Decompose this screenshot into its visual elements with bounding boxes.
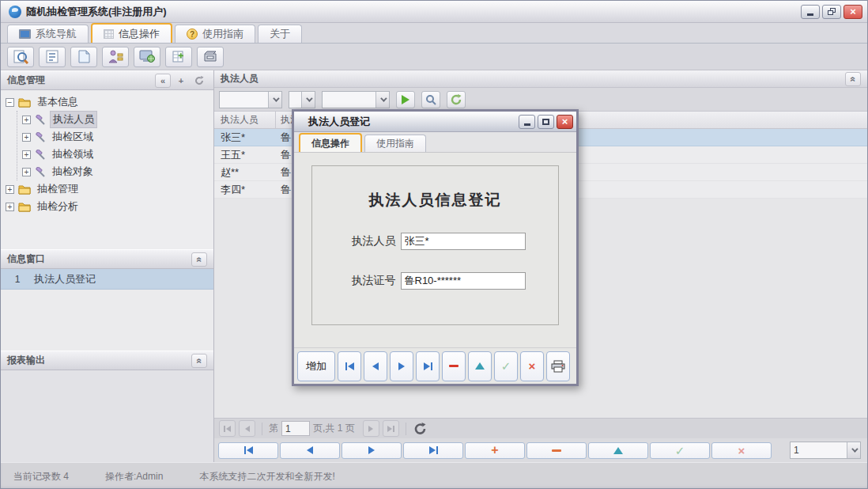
prev-page-icon: [245, 426, 250, 432]
enforcer-name-input[interactable]: [401, 233, 526, 250]
dropdown-button[interactable]: [376, 92, 389, 108]
expand-node-icon[interactable]: +: [22, 150, 31, 159]
search-button[interactable]: [421, 91, 440, 108]
record-toolbar: + ✓ × 1: [214, 438, 867, 462]
monitor-icon: [19, 29, 31, 39]
dialog-next-record-button[interactable]: [390, 351, 413, 381]
next-page-button[interactable]: [363, 420, 379, 437]
refresh-tree-button[interactable]: [191, 74, 207, 88]
dropdown-button[interactable]: [268, 92, 281, 108]
add-record-button[interactable]: +: [465, 442, 525, 459]
dialog-close-button[interactable]: ×: [557, 115, 573, 129]
tab-about[interactable]: 关于: [258, 25, 302, 43]
dialog-first-record-button[interactable]: [338, 351, 361, 381]
expand-node-icon[interactable]: +: [22, 168, 31, 176]
data-add-button[interactable]: [165, 47, 192, 67]
dialog-last-record-button[interactable]: [416, 351, 440, 381]
tab-info-operation[interactable]: 信息操作: [91, 23, 172, 43]
tab-system-nav[interactable]: 系统导航: [7, 25, 89, 43]
tab-label: 系统导航: [36, 27, 77, 41]
close-button[interactable]: ×: [843, 5, 862, 19]
tree-label[interactable]: 抽检区域: [50, 129, 96, 145]
tree-item-sampling-region[interactable]: + 抽检区域: [22, 128, 213, 146]
dialog-tab-info-operation[interactable]: 信息操作: [299, 133, 362, 152]
document-icon: [78, 50, 90, 63]
dialog-confirm-button[interactable]: ✓: [494, 351, 518, 381]
dialog-edit-button[interactable]: [468, 351, 492, 381]
filter-value-select[interactable]: [322, 91, 390, 108]
prev-record-button[interactable]: [280, 442, 340, 459]
personnel-info-button[interactable]: [102, 47, 129, 67]
first-page-button[interactable]: [219, 420, 236, 437]
restore-button[interactable]: [822, 5, 841, 19]
expand-node-icon[interactable]: +: [6, 185, 14, 194]
output-button[interactable]: [197, 47, 224, 67]
dialog-add-button[interactable]: 增加: [297, 351, 335, 381]
preview-search-button[interactable]: [7, 47, 34, 67]
grid-col-name[interactable]: 执法人员: [214, 112, 276, 128]
tree-item-sampling-mgmt[interactable]: + 抽检管理: [6, 180, 213, 198]
tree-label[interactable]: 抽检领域: [50, 146, 96, 162]
collapse-panel-button[interactable]: «: [155, 74, 171, 88]
cancel-button[interactable]: ×: [711, 442, 772, 459]
tree-label[interactable]: 执法人员: [50, 111, 97, 128]
next-record-button[interactable]: [342, 442, 402, 459]
minimize-button[interactable]: [801, 5, 820, 19]
tree-item-sampling-analysis[interactable]: + 抽检分析: [6, 198, 213, 215]
separator: [262, 423, 262, 435]
next-record-icon: [368, 446, 375, 454]
dialog-print-button[interactable]: [546, 351, 570, 381]
monitor-view-button[interactable]: [134, 47, 160, 67]
last-page-button[interactable]: [383, 420, 399, 437]
collapse-content-button[interactable]: «: [845, 72, 861, 86]
refresh-grid-button[interactable]: [447, 91, 466, 108]
tree-item-basic-info[interactable]: − 基本信息: [6, 93, 213, 111]
tree-label[interactable]: 抽检管理: [35, 181, 81, 197]
page-size-select[interactable]: 1: [790, 442, 861, 459]
run-filter-button[interactable]: [396, 91, 415, 108]
reload-button[interactable]: [414, 423, 426, 434]
tree-item-sampling-field[interactable]: + 抽检领域: [22, 146, 213, 163]
collapse-report-output-button[interactable]: «: [191, 354, 207, 368]
tree-item-sampling-target[interactable]: + 抽检对象: [22, 163, 213, 180]
confirm-button[interactable]: ✓: [650, 442, 710, 459]
tree-label[interactable]: 抽检对象: [50, 164, 96, 180]
status-bar: 当前记录数 4 操作者:Admin 本系统支持二次开发和全新开发!: [1, 462, 867, 489]
expand-node-icon[interactable]: +: [22, 116, 31, 124]
dropdown-button[interactable]: [847, 442, 860, 458]
tree-label[interactable]: 基本信息: [35, 94, 81, 110]
page-number-input[interactable]: [281, 421, 310, 436]
expand-node-icon[interactable]: +: [22, 133, 31, 142]
dialog-tab-user-guide[interactable]: 使用指南: [364, 135, 426, 152]
dialog-minimize-button[interactable]: [519, 115, 535, 129]
app-window: 随机抽检管理系统(非注册用户) × 系统导航 信息操作 ? 使用指南 关于: [0, 0, 868, 489]
last-record-button[interactable]: [403, 442, 463, 459]
dialog-cancel-button[interactable]: ×: [520, 351, 544, 381]
dialog-maximize-button[interactable]: [538, 115, 554, 129]
edit-record-button[interactable]: [588, 442, 648, 459]
expand-node-icon[interactable]: +: [6, 203, 14, 211]
dialog-title-bar[interactable]: 执法人员登记 ×: [294, 112, 576, 132]
info-window-item[interactable]: 1 执法人员登记: [1, 269, 213, 290]
add-node-button[interactable]: +: [173, 74, 189, 88]
report-list-button[interactable]: [39, 47, 66, 67]
filter-field-select[interactable]: [219, 91, 282, 108]
prev-page-button[interactable]: [239, 420, 255, 437]
collapse-node-icon[interactable]: −: [6, 98, 14, 107]
document-button[interactable]: [70, 47, 97, 67]
filter-op-select[interactable]: [289, 91, 315, 108]
delete-record-button[interactable]: [526, 442, 587, 459]
dialog-prev-record-button[interactable]: [364, 351, 387, 381]
folder-icon: [18, 184, 31, 195]
cert-number-input[interactable]: [401, 272, 526, 290]
tree-label[interactable]: 抽检分析: [35, 199, 81, 214]
tab-user-guide[interactable]: ? 使用指南: [175, 25, 255, 43]
tree-item-enforcers[interactable]: + 执法人员: [22, 111, 213, 128]
tab-label: 关于: [270, 27, 290, 41]
first-record-button[interactable]: [218, 442, 278, 459]
info-mgmt-panel-header: 信息管理 « +: [1, 70, 213, 90]
output-tray-icon: [202, 51, 218, 63]
dropdown-button[interactable]: [301, 92, 315, 108]
dialog-delete-button[interactable]: [442, 351, 466, 381]
collapse-info-window-button[interactable]: «: [191, 252, 207, 267]
